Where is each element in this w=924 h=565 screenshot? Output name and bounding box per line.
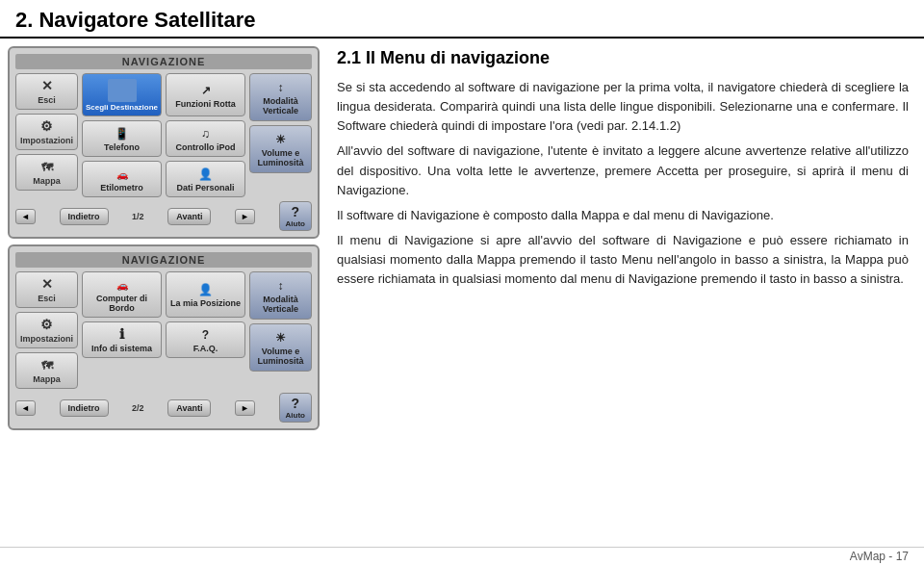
nav-center-2: Computer di Bordo La mia Posizione ℹ Inf… bbox=[82, 271, 245, 389]
btn-controllo-ipod[interactable]: Controllo iPod bbox=[166, 120, 245, 157]
info-label: Info di sistema bbox=[91, 344, 152, 353]
btn-indietro-1[interactable]: Indietro bbox=[60, 208, 109, 225]
left-arrow-icon-1 bbox=[21, 212, 30, 221]
mappa-label-1: Mappa bbox=[33, 176, 61, 186]
center-grid-2: Computer di Bordo La mia Posizione ℹ Inf… bbox=[82, 271, 245, 358]
nav-grid-2: ✕ Esci Impostazioni Mappa bbox=[15, 271, 312, 389]
page-indicator-1: 1/2 bbox=[132, 212, 144, 221]
btn-avanti-1[interactable]: Avanti bbox=[167, 208, 211, 225]
footer-text: AvMap - 17 bbox=[850, 550, 909, 563]
page-header: 2. Navigatore Satellitare bbox=[0, 0, 924, 39]
nav-center-1: Scegli Destinazione Funzioni Rotta Telef… bbox=[82, 73, 245, 197]
btn-impostazioni-2[interactable]: Impostazioni bbox=[15, 312, 78, 348]
exit-icon: ✕ bbox=[41, 78, 53, 93]
nav-right-2: Modalità Verticale Volume e Luminosità bbox=[249, 271, 312, 389]
btn-scegli-dest[interactable]: Scegli Destinazione bbox=[82, 73, 162, 116]
nav-bottom-1: Indietro 1/2 Avanti Aiuto bbox=[15, 201, 312, 231]
posizione-label: La mia Posizione bbox=[170, 298, 241, 308]
arrow-left-2[interactable] bbox=[15, 400, 36, 416]
main-content: NAVIGAZIONE ✕ Esci Impostazioni Mappa bbox=[0, 39, 924, 547]
arrow-right-2[interactable] bbox=[235, 400, 255, 416]
nav-right-1: Modalità Verticale Volume e Luminosità bbox=[249, 73, 312, 197]
right-panel: 2.1 Il Menu di navigazione Se si sta acc… bbox=[327, 39, 924, 547]
route-icon-1 bbox=[201, 82, 211, 97]
btn-aiuto-2[interactable]: Aiuto bbox=[279, 393, 312, 423]
btn-faq[interactable]: F.A.Q. bbox=[166, 321, 245, 358]
nav-screen-1: NAVIGAZIONE ✕ Esci Impostazioni Mappa bbox=[8, 46, 320, 239]
map-icon-1 bbox=[41, 159, 53, 174]
person-icon-2 bbox=[198, 281, 213, 296]
btn-impostazioni-1[interactable]: Impostazioni bbox=[15, 114, 78, 150]
nav-screen-2: NAVIGAZIONE ✕ Esci Impostazioni Mappa bbox=[8, 244, 320, 430]
nav-left-2: ✕ Esci Impostazioni Mappa bbox=[15, 271, 78, 389]
nav-title-1: NAVIGAZIONE bbox=[15, 54, 312, 69]
funzioni-label: Funzioni Rotta bbox=[175, 99, 236, 109]
car-icon-1 bbox=[116, 166, 128, 181]
question-icon-2 bbox=[202, 326, 209, 342]
car-icon-2 bbox=[116, 276, 128, 292]
section-title: 2.1 Il Menu di navigazione bbox=[337, 48, 909, 68]
impostazioni-label-1: Impostazioni bbox=[20, 136, 73, 145]
computer-label: Computer di Bordo bbox=[85, 294, 159, 313]
arrow-right-1[interactable] bbox=[235, 209, 255, 224]
btn-volume-1[interactable]: Volume e Luminosità bbox=[249, 125, 312, 173]
vertical-icon-2 bbox=[278, 277, 284, 293]
dati-label: Dati Personali bbox=[176, 183, 234, 193]
phone-icon-1 bbox=[115, 125, 129, 141]
gear-icon-1 bbox=[40, 118, 53, 134]
right-arrow-icon-1 bbox=[241, 212, 249, 221]
btn-aiuto-1[interactable]: Aiuto bbox=[279, 201, 312, 231]
info-icon-2: ℹ bbox=[119, 326, 124, 342]
etilometro-label: Etilometro bbox=[100, 183, 143, 193]
btn-mia-posizione[interactable]: La mia Posizione bbox=[166, 271, 245, 318]
left-panel: NAVIGAZIONE ✕ Esci Impostazioni Mappa bbox=[0, 39, 327, 547]
dest-icon bbox=[108, 79, 137, 102]
arrow-left-1[interactable] bbox=[15, 209, 36, 224]
help-icon-2 bbox=[291, 396, 299, 411]
person-icon-1 bbox=[198, 166, 213, 181]
impostazioni-label-2: Impostazioni bbox=[20, 334, 73, 344]
aiuto-label-2: Aiuto bbox=[286, 411, 305, 420]
ipod-label: Controllo iPod bbox=[176, 142, 236, 152]
ipod-icon-1 bbox=[201, 125, 210, 141]
btn-etilometro[interactable]: Etilometro bbox=[82, 161, 162, 197]
btn-modalita-vert-2[interactable]: Modalità Verticale bbox=[249, 271, 312, 320]
modalita-label-2: Modalità Verticale bbox=[252, 295, 309, 314]
btn-mappa-2[interactable]: Mappa bbox=[15, 352, 78, 389]
btn-esci-2[interactable]: ✕ Esci bbox=[15, 271, 78, 308]
paragraph-4: Il menu di Navigazione si apre all'avvio… bbox=[337, 231, 909, 289]
btn-funzioni-rotta[interactable]: Funzioni Rotta bbox=[166, 73, 245, 116]
left-arrow-icon-2 bbox=[21, 403, 30, 413]
esci-label-1: Esci bbox=[38, 95, 56, 105]
nav-title-2: NAVIGAZIONE bbox=[15, 252, 312, 268]
telefono-label: Telefono bbox=[104, 142, 140, 152]
btn-telefono[interactable]: Telefono bbox=[82, 120, 162, 157]
btn-indietro-2[interactable]: Indietro bbox=[60, 399, 109, 417]
nav-grid-1: ✕ Esci Impostazioni Mappa bbox=[15, 73, 312, 197]
page-footer: AvMap - 17 bbox=[0, 547, 924, 565]
esci-label-2: Esci bbox=[38, 294, 56, 303]
scegli-label: Scegli Destinazione bbox=[86, 103, 158, 112]
btn-avanti-2[interactable]: Avanti bbox=[167, 399, 211, 417]
btn-computer-bordo[interactable]: Computer di Bordo bbox=[82, 271, 162, 318]
exit-icon-2: ✕ bbox=[41, 276, 53, 292]
volume-label-1: Volume e Luminosità bbox=[252, 148, 309, 167]
modalita-label-1: Modalità Verticale bbox=[252, 96, 309, 116]
btn-modalita-vert-1[interactable]: Modalità Verticale bbox=[249, 73, 312, 121]
map-icon-2 bbox=[41, 357, 53, 372]
btn-dati-personali[interactable]: Dati Personali bbox=[166, 161, 245, 197]
btn-esci-1[interactable]: ✕ Esci bbox=[15, 73, 78, 110]
btn-info-sistema[interactable]: ℹ Info di sistema bbox=[82, 321, 162, 358]
brightness-icon-2 bbox=[275, 329, 286, 345]
btn-mappa-1[interactable]: Mappa bbox=[15, 154, 78, 191]
center-grid-1: Scegli Destinazione Funzioni Rotta Telef… bbox=[82, 73, 245, 197]
btn-volume-2[interactable]: Volume e Luminosità bbox=[249, 323, 312, 372]
vertical-icon-1 bbox=[278, 79, 284, 94]
paragraph-2: All'avvio del software di navigazione, l… bbox=[337, 141, 909, 199]
volume-label-2: Volume e Luminosità bbox=[252, 347, 309, 366]
paragraph-3: Il software di Navigazione è composto da… bbox=[337, 206, 909, 225]
aiuto-label-1: Aiuto bbox=[286, 219, 305, 228]
help-icon-1 bbox=[291, 204, 299, 219]
paragraph-1: Se si sta accedendo al software di navig… bbox=[337, 78, 909, 136]
gear-icon-2 bbox=[40, 317, 53, 332]
